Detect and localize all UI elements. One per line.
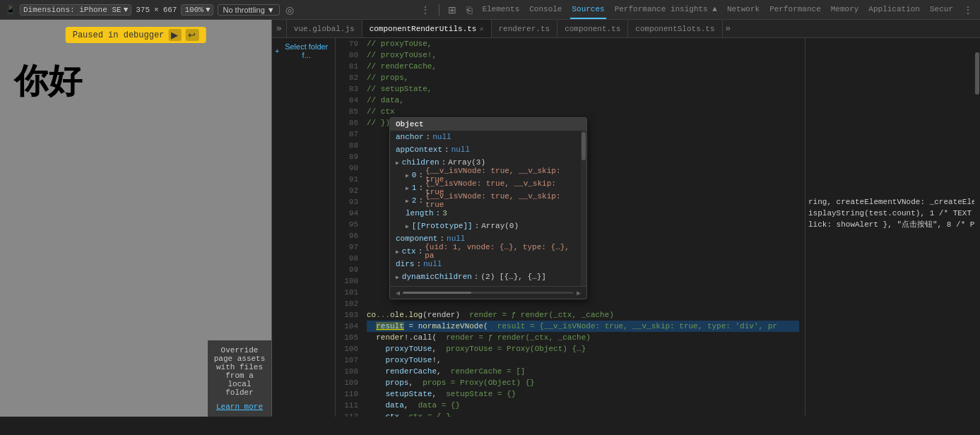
learn-more-link[interactable]: Learn more: [213, 403, 266, 411]
tab-console[interactable]: Console: [528, 1, 563, 19]
toolbar-overflow-btn[interactable]: ⋮: [419, 4, 432, 16]
tab-sources[interactable]: Sources: [570, 1, 606, 19]
main-layout: Paused in debugger ▶ ↩ 你好 Override page …: [0, 20, 980, 417]
preview-text: 你好: [14, 59, 82, 104]
code-line: data, data = {}: [367, 400, 799, 411]
right-code-line: lick: showAlert }, "点击按钮", 8 /* PROPS *: [808, 219, 972, 230]
autocomplete-scrollbar[interactable]: [581, 131, 586, 286]
debugger-label: Paused in debugger: [73, 30, 165, 40]
line-numbers: 79 80 81 82 83 84 85 86 87 88 89 90 91 9…: [336, 38, 361, 417]
select-folder-btn[interactable]: + Select folder f...: [275, 42, 332, 59]
autocomplete-item[interactable]: [[Prototype]]:Array(0): [390, 220, 581, 232]
code-line: setupState, setupState = {}: [367, 388, 799, 400]
file-tabs-row: » vue.global.js componentRenderUtils.ts …: [272, 20, 980, 38]
plus-icon: +: [275, 47, 279, 55]
code-line: render!.call( render = ƒ render(_ctx, _c…: [367, 332, 799, 343]
autocomplete-list: anchor:null appContext:null children:Arr…: [390, 131, 581, 286]
autocomplete-popup: Object anchor:null appContext:null: [389, 117, 587, 299]
autocomplete-item[interactable]: dynamicProps:null: [390, 283, 581, 286]
file-tab-component-render-utils[interactable]: componentRenderUtils.ts ✕: [362, 20, 492, 38]
separator: [439, 4, 439, 16]
code-line: ctx ctx = {…}: [367, 411, 799, 417]
code-line: // setupState,: [367, 83, 799, 95]
code-line: // renderCache,: [367, 61, 799, 72]
file-tabs-overflow-btn[interactable]: »: [723, 23, 734, 34]
source-layout: + Select folder f... 79 80 81 82 83 84 8…: [272, 38, 980, 417]
code-content-wrapper: // proxyToUse, // proxyToUse!, // render…: [361, 38, 805, 417]
file-tabs-more-btn[interactable]: »: [272, 20, 287, 37]
autocomplete-scrollbar-thumb: [581, 132, 586, 160]
dimensions-label: Dimensions: iPhone SE: [23, 6, 122, 14]
tab-application[interactable]: Application: [867, 1, 921, 19]
tab-network[interactable]: Network: [726, 1, 761, 19]
device-icon: 📱: [6, 5, 16, 14]
autocomplete-footer: ◀ ▶: [390, 286, 586, 299]
dropdown-arrow: ▼: [124, 6, 129, 14]
autocomplete-header: Object: [390, 118, 586, 131]
tab-performance[interactable]: Performance: [768, 1, 822, 19]
right-code-line: isplayString(test.count), 1 /* TEXT */))…: [808, 208, 972, 219]
devtools-panel: » vue.global.js componentRenderUtils.ts …: [272, 20, 980, 417]
tab-security[interactable]: Secur: [928, 1, 955, 19]
autocomplete-item[interactable]: appContext:null: [390, 143, 581, 156]
autocomplete-item[interactable]: anchor:null: [390, 131, 581, 143]
dimensions-dropdown[interactable]: Dimensions: iPhone SE ▼: [20, 4, 131, 16]
vertical-scrollbar[interactable]: [974, 38, 980, 417]
code-line: proxyToUse, proxyToUse = Proxy(Object) {…: [367, 343, 799, 354]
more-tabs-btn[interactable]: ⋮: [962, 4, 974, 16]
right-side-panel: ring, createElementVNode: _createElement…: [805, 38, 974, 417]
autocomplete-item[interactable]: 2:{__v_isVNode: true, __v_skip: true: [390, 194, 581, 207]
autocomplete-scrollbar-area: anchor:null appContext:null children:Arr…: [390, 131, 586, 286]
height-value: 667: [163, 6, 177, 14]
code-line: // proxyToUse!,: [367, 49, 799, 61]
zoom-dropdown[interactable]: 100% ▼: [181, 4, 213, 16]
file-tab-component[interactable]: component.ts: [557, 20, 628, 38]
file-tab-renderer[interactable]: renderer.ts: [492, 20, 558, 38]
code-line: co...ole.log(render) render = ƒ render(_…: [367, 309, 799, 321]
top-toolbar: 📱 Dimensions: iPhone SE ▼ 375 × 667 100%…: [0, 0, 980, 20]
tab-elements[interactable]: Elements: [480, 1, 521, 19]
code-line: // props,: [367, 72, 799, 83]
code-line: props, props = Proxy(Object) {}: [367, 377, 799, 388]
autocomplete-item[interactable]: ctx:{uid: 1, vnode: {…}, type: {…}, pa: [390, 245, 581, 258]
override-panel: Override page assets with files from a l…: [208, 340, 271, 417]
code-editor-area: 79 80 81 82 83 84 85 86 87 88 89 90 91 9…: [336, 38, 980, 417]
left-side-panel: + Select folder f...: [272, 38, 336, 417]
code-line: // proxyToUse,: [367, 38, 799, 49]
tab-perf-insights[interactable]: Performance insights ▲: [613, 1, 719, 19]
override-text: Override page assets with files from a l…: [214, 346, 266, 397]
close-tab-btn[interactable]: ✕: [479, 25, 483, 33]
browser-panel: Paused in debugger ▶ ↩ 你好 Override page …: [0, 20, 272, 417]
capture-screenshot-btn[interactable]: ◎: [284, 4, 295, 16]
right-code-line: ring, createElementVNode: _createElement…: [808, 196, 972, 208]
file-tab-component-slots[interactable]: componentSlots.ts: [628, 20, 722, 38]
devtools-dock-btn[interactable]: ⊞: [447, 4, 458, 16]
step-btn[interactable]: ↩: [185, 29, 199, 41]
devtools-undock-btn[interactable]: ⎗: [465, 4, 473, 16]
debugger-banner: Paused in debugger ▶ ↩: [66, 27, 206, 43]
code-line: // data,: [367, 95, 799, 106]
resume-btn[interactable]: ▶: [168, 29, 181, 41]
width-value: 375: [136, 6, 150, 14]
tab-memory[interactable]: Memory: [830, 1, 861, 19]
code-line: // ctx: [367, 106, 799, 117]
devtools-nav: ⊞ ⎗ Elements Console Sources Performance…: [447, 1, 974, 19]
right-code-overflow: ring, createElementVNode: _createElement…: [805, 38, 974, 230]
code-line: renderCache, renderCache = []: [367, 366, 799, 377]
code-line: [367, 298, 799, 309]
code-line: proxyToUse!,: [367, 354, 799, 366]
throttle-dropdown[interactable]: No throttling ▼: [218, 4, 279, 16]
autocomplete-item[interactable]: dynamicChildren:(2) [{…}, {…}]: [390, 270, 581, 283]
file-tab-vue-global[interactable]: vue.global.js: [287, 20, 362, 38]
scroll-thumb: [975, 52, 979, 95]
code-line-104: result = normalizeVNode( result = {__v_i…: [367, 321, 799, 332]
